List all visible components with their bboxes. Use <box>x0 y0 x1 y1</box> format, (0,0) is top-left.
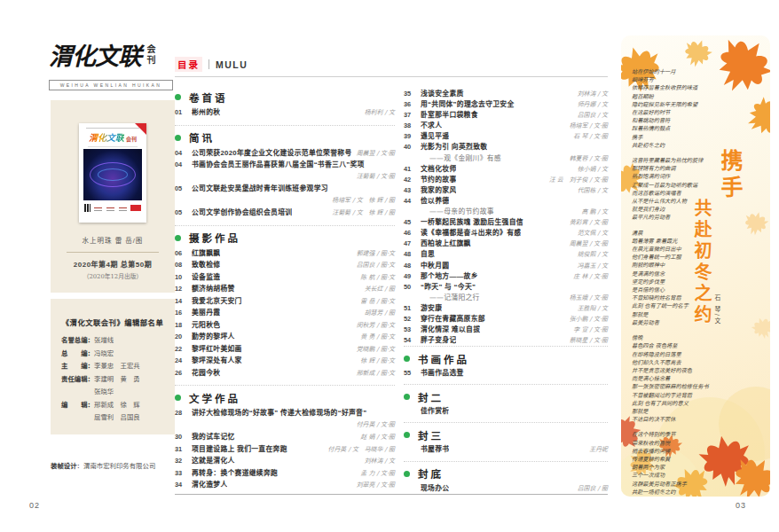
toc-entry: 44俭以养德 <box>404 196 608 207</box>
entry-number: 33 <box>175 467 192 480</box>
entry-title: 那个地方——故乡 <box>421 271 478 282</box>
entry-author: 陈 航 / 图·文 <box>355 272 395 285</box>
entry-title: 再转身：换个赛道继续奔跑 <box>192 467 278 480</box>
entry-author: 党晓鹏 / 图·文 <box>351 344 395 356</box>
page-number-left: 02 <box>29 501 40 510</box>
toc-entry: 50“昨天” 与 “今天” <box>404 282 608 293</box>
toc-entry: 45一桥擎起民族魂 激励后生强自信黄彩霄 / 文·图 <box>404 217 608 228</box>
entry-number: 14 <box>175 295 192 308</box>
green-bullet-icon <box>404 432 410 438</box>
role-label: 责任编辑 <box>61 373 88 399</box>
toc-entry-line2: ——母亲的节约故事高 鹏 / 文 <box>404 207 608 217</box>
design-credit-value: 渭南市宏利印务有限公司 <box>83 462 155 470</box>
toc-title-cn: 目录 <box>175 57 202 72</box>
entry-title: 佳作赏析 <box>421 406 449 417</box>
toc-entry: 46读《幸福都是奋斗出来的》有感范文佩 / 文 <box>404 228 608 239</box>
entry-author: 汪菊菊 / 文·图 <box>351 171 395 184</box>
entry-title: 公司文学创作协会组织会员培训 <box>192 207 292 219</box>
poem-panel: 站在伊始的十一月 细嗅芬芳 依稀存留着金秋收获的味道 翘首期盼 隐约窥探见新年无… <box>621 35 770 497</box>
role-label: 名誉总编 <box>61 334 88 348</box>
entry-list: 04公司荣获2020年度企业文化建设示范单位荣誉称号周晨翌 / 文·图 04书画… <box>175 147 395 219</box>
role-names-line1: 邢新成 徐 辉 <box>94 401 140 409</box>
entry-number: 45 <box>404 217 421 228</box>
poem-title-line2: 共赴初冬之约 <box>689 199 715 326</box>
entry-title: 书画协会会员王丽作品喜获第八届全国“书香三八”奖项 <box>192 159 365 171</box>
entry-author: 杨玉娥 / 文·图 <box>564 293 608 303</box>
entry-title: 不求人 <box>421 121 442 131</box>
toc-title-en: MULU <box>216 59 248 70</box>
toc-section-wenxue: 文学作品 28讲好大检修现场的“好故事” 传递大检修现场的“好声音” 付丹英 /… <box>175 386 395 497</box>
entry-author: 汪菊菊 / 文 徐 辉 / 图 <box>327 207 395 220</box>
toc-entry: 34渭化造梦人刘翠亮 / 文·图 <box>175 479 395 491</box>
entry-number: 26 <box>175 367 192 379</box>
toc-entry: 32这就是渭化人刘林涛 / 文 <box>175 455 395 467</box>
entry-list: 28讲好大检修现场的“好故事” 传递大检修现场的“好声音” 付丹英 / 文·图 … <box>175 407 395 491</box>
entry-number: 06 <box>175 247 192 260</box>
entry-title: 红旗飘飘 <box>192 247 220 260</box>
entry-number: 10 <box>175 271 192 284</box>
entry-title: 游安康 <box>421 303 442 314</box>
entry-number: 43 <box>404 185 421 196</box>
entry-list-continuation: 35浅谈安全素质刘林涛 / 文 36用“共同体”的理念去守卫安全师丹娜 / 文 … <box>404 89 608 346</box>
section-title: 书画作品 <box>418 352 469 366</box>
entry-number: 05 <box>175 207 192 219</box>
toc-entry-line2: 杨培军 / 文 徐 辉 / 图 <box>175 195 395 207</box>
poem-stanza: 站在伊始的十一月 细嗅芬芳 依稀存留着金秋收获的味道 翘首期盼 隐约窥探见新年无… <box>632 67 728 149</box>
entry-title: 设备监造 <box>192 271 220 284</box>
entry-author: 赵 娟 / 文·图 <box>355 432 395 444</box>
entry-number: 40 <box>404 142 421 153</box>
colon: ： <box>88 360 94 373</box>
entry-title: 致敬检修 <box>192 259 220 271</box>
role-names-line1: 张增线 <box>94 336 114 344</box>
entry-title: 彬州的秋 <box>192 106 220 119</box>
entry-title: 公司荣获2020年度企业文化建设示范单位荣誉称号 <box>192 147 351 160</box>
entry-title: 渭化情深 难以自拔 <box>421 325 480 335</box>
entry-number: 48 <box>404 261 421 271</box>
entry-number: 49 <box>404 271 421 282</box>
toc-column-left: 卷首语 01彬州的秋杨利利 / 文 简讯 04公司荣获2020年度企业文化建设示… <box>175 85 395 497</box>
editorial-board-row: 编 辑： 邢新成 徐 辉屈雪利 吕国良 <box>61 399 175 425</box>
entry-author: 徐小娟 / 文 <box>572 164 608 175</box>
entry-number: 24 <box>175 355 192 367</box>
toc-entry: 14我爱北京天安门雷 岳 / 图·文 <box>175 295 395 308</box>
magazine-masthead: 渭化文联 会刊 WEIHUA WENLIAN HUIKAN <box>49 39 173 90</box>
entry-title: 文档化妆师 <box>421 164 456 175</box>
cover-logo-divider <box>88 146 138 147</box>
cover-caption: 水上明珠 雷 岳/图 <box>51 235 175 245</box>
cover-logo-text: 渭化文联 <box>89 133 124 143</box>
role-label: 总 编 <box>61 348 88 361</box>
editorial-board-title: 《渭化文联会刊》编辑部名单 <box>51 299 175 334</box>
entry-title: 读《幸福都是奋斗出来的》有感 <box>421 228 521 239</box>
entry-title: 花园今秋 <box>192 367 220 379</box>
entry-title: 节约的故事 <box>421 175 456 185</box>
entry-title: 遇见平遥 <box>421 131 449 142</box>
entry-number: 31 <box>175 443 192 456</box>
entry-subtitle: ——记蒲阳之行 <box>421 293 480 303</box>
entry-number: 04 <box>175 147 192 160</box>
toc-entry: 47西柏坡上红旗飘周晨翌 / 文·图 <box>404 239 608 249</box>
toc-title-separator <box>209 59 209 69</box>
toc-column-right: 35浅谈安全素质刘林涛 / 文 36用“共同体”的理念去守卫安全师丹娜 / 文 … <box>404 89 608 499</box>
entry-author: 张小鹏 / 文·图 <box>564 314 608 325</box>
green-bullet-icon <box>175 235 181 241</box>
entry-number: 38 <box>404 121 421 131</box>
toc-entry: 40光影为引 向英烈致敬 <box>404 142 608 153</box>
editorial-board-panel: 《渭化文联会刊》编辑部名单 名誉总编： 张增线 总 编： 冯晓宏 主 编： 李景… <box>51 299 175 434</box>
section-title: 卷首语 <box>189 90 228 105</box>
entry-number: 39 <box>404 131 421 142</box>
toc-entry: 佳作赏析 <box>404 406 608 417</box>
entry-title: 一桥擎起民族魂 激励后生强自信 <box>421 217 523 228</box>
entry-number: 41 <box>404 164 421 175</box>
toc-section-feng2: 封二 佳作赏析 <box>404 384 608 422</box>
toc-entry: 04公司荣获2020年度企业文化建设示范单位荣誉称号周晨翌 / 文·图 <box>175 147 395 160</box>
toc-section-juanshouyu: 卷首语 01彬州的秋杨利利 / 文 <box>175 85 395 126</box>
entry-author: 黄彩霄 / 文·图 <box>564 217 608 228</box>
entry-title: 元阳秋色 <box>192 319 220 332</box>
entry-number: 12 <box>175 283 192 295</box>
entry-author: 李 宣 / 文·图 <box>568 325 608 335</box>
toc-section-shuhua: 书画作品 55书画作品选登 <box>404 346 608 384</box>
entry-number: 32 <box>175 455 192 467</box>
section-title: 简讯 <box>189 130 215 145</box>
entry-title: 光影为引 向英烈致敬 <box>421 142 487 153</box>
role-names-line1: 李景忠 王宏兵 <box>94 362 140 370</box>
